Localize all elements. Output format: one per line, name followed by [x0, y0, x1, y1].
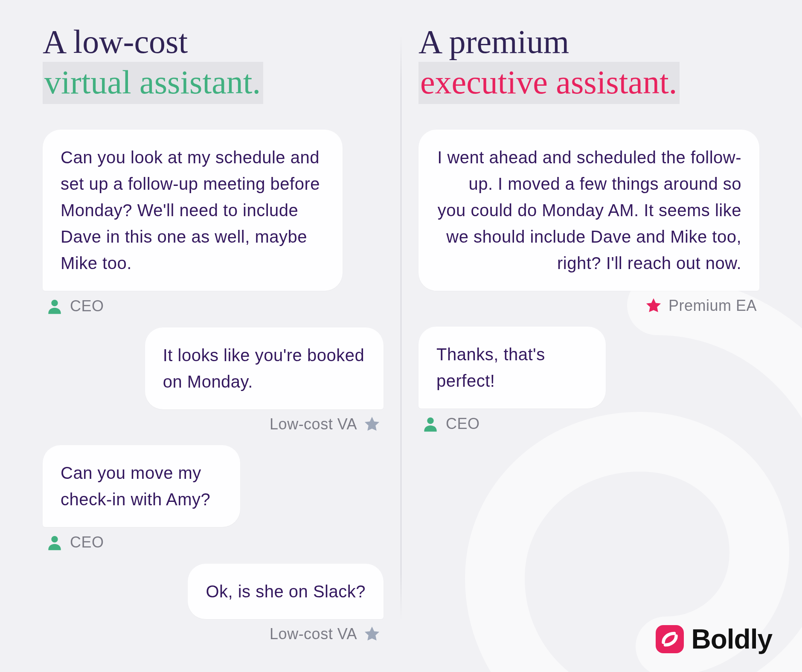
message-block: Ok, is she on Slack? Low-cost VA	[43, 564, 384, 643]
person-icon	[421, 414, 440, 433]
message-block: Can you move my check-in with Amy? CEO	[43, 445, 384, 552]
message-attribution: Low-cost VA	[188, 625, 384, 643]
star-icon	[645, 297, 663, 315]
sender-label: Premium EA	[668, 297, 757, 315]
heading-line-2: virtual assistant.	[43, 62, 263, 104]
message-block: Can you look at my schedule and set up a…	[43, 130, 384, 316]
message-attribution: Premium EA	[418, 297, 759, 315]
sender-label: Low-cost VA	[270, 625, 357, 643]
message-attribution: CEO	[418, 414, 606, 433]
column-low-cost: A low-cost virtual assistant. Can you lo…	[26, 21, 401, 655]
heading-premium: A premium executive assistant.	[418, 21, 759, 104]
message-block: Thanks, that's perfect! CEO	[418, 327, 759, 433]
svg-point-0	[51, 300, 58, 306]
sender-label: CEO	[446, 415, 480, 433]
chat-bubble: Can you move my check-in with Amy?	[43, 445, 240, 527]
svg-point-2	[427, 417, 433, 424]
message-block: It looks like you're booked on Monday. L…	[43, 327, 384, 433]
star-icon	[363, 625, 381, 643]
sender-label: CEO	[70, 297, 104, 315]
person-icon	[45, 533, 64, 552]
message-attribution: CEO	[43, 297, 384, 316]
svg-point-1	[51, 536, 58, 542]
brand-logo: Boldly	[654, 623, 772, 655]
svg-rect-3	[656, 625, 684, 653]
heading-line-2: executive assistant.	[418, 62, 680, 104]
heading-line-1: A premium	[418, 23, 569, 60]
message-attribution: Low-cost VA	[145, 415, 384, 433]
chat-bubble: Can you look at my schedule and set up a…	[43, 130, 343, 291]
chat-bubble: Thanks, that's perfect!	[418, 327, 606, 408]
logo-text: Boldly	[691, 623, 772, 655]
person-icon	[45, 297, 64, 316]
message-block: I went ahead and scheduled the follow-up…	[418, 130, 759, 315]
heading-line-1: A low-cost	[43, 23, 188, 60]
chat-bubble: It looks like you're booked on Monday.	[145, 327, 384, 409]
chat-bubble: Ok, is she on Slack?	[188, 564, 384, 619]
star-icon	[363, 415, 381, 433]
logo-mark-icon	[654, 624, 685, 655]
column-premium: A premium executive assistant. I went ah…	[401, 21, 776, 655]
sender-label: CEO	[70, 533, 104, 551]
heading-low-cost: A low-cost virtual assistant.	[43, 21, 384, 104]
chat-bubble: I went ahead and scheduled the follow-up…	[418, 130, 759, 291]
sender-label: Low-cost VA	[270, 415, 357, 433]
message-attribution: CEO	[43, 533, 240, 552]
comparison-container: A low-cost virtual assistant. Can you lo…	[0, 0, 802, 672]
